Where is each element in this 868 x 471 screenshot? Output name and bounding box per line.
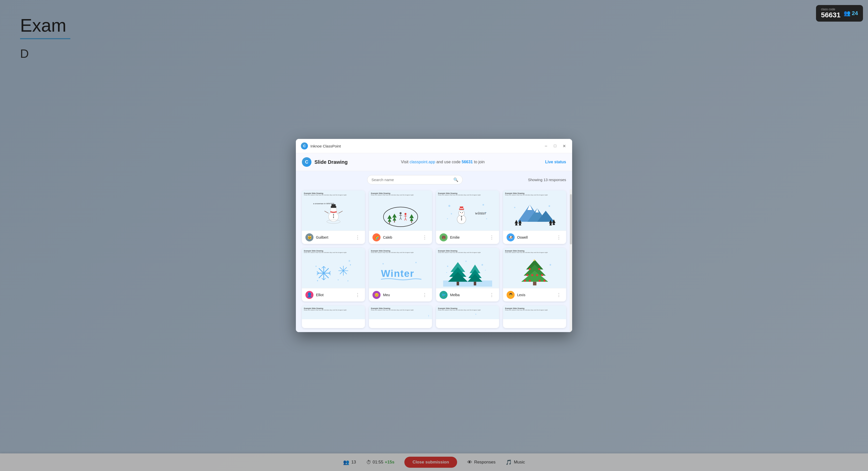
- svg-point-112: [536, 274, 538, 276]
- svg-point-115: [529, 280, 531, 282]
- svg-point-18: [400, 212, 402, 214]
- app-name: Inknoe ClassPoint: [310, 144, 540, 148]
- activity-title: Slide Drawing: [314, 159, 348, 165]
- modal-overlay: C Inknoe ClassPoint – □ ✕ C Slide Drawin…: [0, 0, 868, 471]
- avatar-meu: 😊: [372, 291, 380, 299]
- slide-header-6: Example Slide Drawing Draw the season th…: [371, 250, 430, 253]
- svg-text:✦: ✦: [485, 269, 486, 271]
- svg-point-108: [538, 268, 540, 270]
- student-card-9[interactable]: Example Slide Drawing Draw the season th…: [302, 306, 365, 328]
- svg-text:✦: ✦: [347, 280, 349, 282]
- drawing-meu: Winter ❄ ❄: [369, 255, 432, 288]
- student-card-guilbert[interactable]: Example Slide Drawing Draw the season th…: [302, 190, 365, 244]
- card-menu-elliot[interactable]: ⋮: [354, 292, 362, 298]
- student-card-meu[interactable]: Example Slide Drawing Draw the season th…: [369, 248, 432, 302]
- card-footer-caleb: 🌈 Caleb ⋮: [369, 230, 432, 244]
- card-footer-lexis: 👨 Lexis ⋮: [503, 288, 566, 302]
- scrollbar-track[interactable]: [569, 189, 572, 332]
- card-footer-emilie: 🐻 Emilie ⋮: [436, 230, 499, 244]
- svg-text:❄: ❄: [447, 218, 448, 220]
- card-image-guilbert: Example Slide Drawing Draw the season th…: [302, 190, 365, 230]
- svg-text:✦: ✦: [446, 272, 447, 273]
- card-footer-guilbert: 🐱 Guilbert ⋮: [302, 230, 365, 244]
- slide-header-9: Example Slide Drawing Draw the season th…: [304, 308, 363, 311]
- card-image-elliot: Example Slide Drawing Draw the season th…: [302, 248, 365, 288]
- student-card-elliot[interactable]: Example Slide Drawing Draw the season th…: [302, 248, 365, 302]
- student-name-elliot: Elliot: [316, 293, 351, 297]
- card-menu-melba[interactable]: ⋮: [488, 292, 496, 298]
- svg-line-8: [324, 211, 328, 213]
- svg-rect-4: [331, 204, 335, 207]
- svg-point-109: [526, 274, 528, 276]
- student-card-10[interactable]: Example Slide Drawing Draw the season th…: [369, 306, 432, 328]
- drawing-elliot: ✦ ❄ ✦ ✦ ✦ ✳: [302, 255, 365, 288]
- svg-text:✦: ✦: [349, 263, 351, 266]
- search-icon: 🔍: [453, 177, 458, 182]
- svg-marker-29: [409, 214, 414, 218]
- slide-header-1: Example Slide Drawing Draw the season th…: [304, 192, 363, 196]
- svg-line-27: [405, 218, 406, 221]
- svg-text:✦: ✦: [337, 279, 339, 281]
- class-code-label: class code: [821, 7, 841, 11]
- student-name-emilie: Emilie: [450, 236, 486, 240]
- slide-header-5: Example Slide Drawing Draw the season th…: [304, 250, 363, 253]
- svg-text:❄: ❄: [415, 261, 417, 264]
- card-menu-lexis[interactable]: ⋮: [555, 292, 563, 298]
- live-status-button[interactable]: Live status: [545, 160, 566, 164]
- class-code-badge: class code 56631 👥 24: [816, 5, 863, 22]
- join-text: to join: [474, 160, 485, 164]
- card-image-10: Example Slide Drawing Draw the season th…: [369, 306, 432, 319]
- scrollbar-thumb[interactable]: [570, 194, 572, 244]
- student-card-11[interactable]: Example Slide Drawing Draw the season th…: [436, 306, 499, 328]
- search-area: 🔍 Showing 13 responses: [296, 171, 572, 186]
- card-menu-meu[interactable]: ⋮: [421, 292, 429, 298]
- card-image-oswell: Example Slide Drawing Draw the season th…: [503, 190, 566, 230]
- avatar-melba: 🐦: [439, 291, 447, 299]
- svg-marker-13: [387, 215, 392, 219]
- card-image-emilie: Example Slide Drawing Draw the season th…: [436, 190, 499, 230]
- card-menu-guilbert[interactable]: ⋮: [354, 234, 362, 241]
- site-link[interactable]: classpoint.app: [410, 160, 435, 164]
- students-count-badge: 👥 24: [844, 10, 858, 17]
- svg-text:❄: ❄: [548, 205, 550, 208]
- svg-point-114: [544, 280, 546, 282]
- students-number: 24: [852, 10, 858, 17]
- svg-text:❄: ❄: [447, 265, 448, 268]
- student-card-melba[interactable]: Example Slide Drawing Draw the season th…: [436, 248, 499, 302]
- student-name-melba: Melba: [450, 293, 486, 297]
- svg-point-113: [524, 280, 526, 282]
- card-image-9: Example Slide Drawing Draw the season th…: [302, 306, 365, 319]
- titlebar-controls: – □ ✕: [543, 143, 567, 149]
- avatar-caleb: 🌈: [372, 233, 380, 242]
- student-card-12[interactable]: Example Slide Drawing Draw the season th…: [503, 306, 566, 328]
- join-code: 56631: [462, 160, 473, 164]
- close-button[interactable]: ✕: [561, 143, 567, 149]
- svg-point-48: [461, 219, 462, 220]
- avatar-oswell: 🐶: [506, 233, 515, 242]
- slide-drawing-modal: C Inknoe ClassPoint – □ ✕ C Slide Drawin…: [296, 139, 572, 332]
- card-menu-oswell[interactable]: ⋮: [555, 234, 563, 241]
- card-menu-emilie[interactable]: ⋮: [488, 234, 496, 241]
- classpoint-logo: C: [302, 157, 311, 167]
- svg-text:Winter: Winter: [381, 268, 414, 279]
- svg-text:❄: ❄: [448, 204, 450, 208]
- svg-point-7: [333, 217, 334, 218]
- svg-rect-42: [460, 208, 463, 209]
- maximize-button[interactable]: □: [552, 143, 558, 149]
- student-card-caleb[interactable]: Example Slide Drawing Draw the season th…: [369, 190, 432, 244]
- students-icon: 👥: [844, 10, 850, 17]
- student-card-oswell[interactable]: Example Slide Drawing Draw the season th…: [503, 190, 566, 244]
- svg-point-5: [333, 214, 334, 215]
- app-icon: C: [301, 143, 308, 150]
- minimize-button[interactable]: –: [543, 143, 549, 149]
- card-footer-elliot: 👤 Elliot ⋮: [302, 288, 365, 302]
- student-card-emilie[interactable]: Example Slide Drawing Draw the season th…: [436, 190, 499, 244]
- svg-point-47: [461, 218, 462, 219]
- svg-rect-93: [457, 282, 459, 285]
- card-image-12: Example Slide Drawing Draw the season th…: [503, 306, 566, 319]
- card-menu-caleb[interactable]: ⋮: [421, 234, 429, 241]
- svg-rect-106: [533, 282, 536, 285]
- slide-header-4: Example Slide Drawing Draw the season th…: [505, 192, 564, 196]
- student-card-lexis[interactable]: Example Slide Drawing Draw the season th…: [503, 248, 566, 302]
- search-input[interactable]: [371, 178, 451, 182]
